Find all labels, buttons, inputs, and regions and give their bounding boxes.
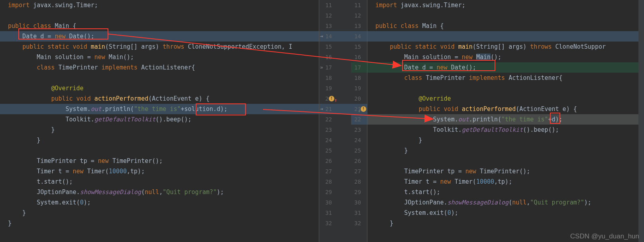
code-line[interactable] [367, 156, 644, 166]
warning-icon[interactable]: ! [329, 96, 334, 101]
scrollbar[interactable] [638, 0, 644, 242]
right-code-pane[interactable]: import javax.swing.Timer;public class Ma… [367, 0, 644, 242]
code-line[interactable]: t.start(); [367, 187, 644, 197]
code-line[interactable]: Date d = new Date(); [0, 31, 319, 42]
code-line[interactable]: } [0, 218, 319, 228]
code-line[interactable]: } [0, 208, 319, 218]
code-line[interactable]: import javax.swing.Timer; [0, 0, 319, 10]
gutter-row[interactable]: 3131 [319, 208, 367, 218]
left-code-pane[interactable]: import javax.swing.Timer;public class Ma… [0, 0, 319, 242]
gutter-row[interactable]: 3030 [319, 197, 367, 208]
code-line[interactable] [0, 10, 319, 21]
code-line[interactable]: @Override [367, 93, 644, 104]
code-line[interactable]: Toolkit.getDefaultToolkit().beep(); [0, 114, 319, 125]
code-line[interactable]: } [0, 135, 319, 145]
code-line[interactable]: } [0, 125, 319, 135]
code-line[interactable]: System.out.println("the time is"+d); [367, 114, 644, 125]
code-line[interactable] [0, 73, 319, 83]
gutter-row[interactable]: 1616 [319, 52, 367, 62]
diff-viewer: import javax.swing.Timer;public class Ma… [0, 0, 644, 242]
code-line[interactable]: public void actionPerformed(ActionEvent … [367, 104, 644, 114]
gutter-row[interactable]: 2626 [319, 156, 367, 166]
code-line[interactable]: @Override [0, 83, 319, 93]
code-line[interactable]: Toolkit.getDefaultToolkit().beep(); [367, 125, 644, 135]
code-line[interactable]: System.exit(0); [0, 197, 319, 208]
gutter-row[interactable]: ⇥1414 [319, 31, 367, 42]
gutter-row[interactable]: 1111 [319, 0, 367, 10]
gutter-row[interactable]: 1212 [319, 10, 367, 21]
code-line[interactable]: Date d = new Date(); [367, 62, 644, 73]
gutter-row[interactable]: 2929 [319, 187, 367, 197]
gutter-row[interactable]: 2727 [319, 166, 367, 177]
code-line[interactable]: public void actionPerformed(ActionEvent … [0, 93, 319, 104]
warning-icon[interactable]: ! [361, 106, 366, 112]
code-line[interactable]: JOptionPane.showMessageDialog(null,"Quit… [367, 197, 644, 208]
code-line[interactable]: TimePrinter tp = new TimePrinter(); [367, 166, 644, 177]
gutter-row[interactable]: 1818 [319, 73, 367, 83]
gutter-row[interactable]: ⇥2121!↓ [319, 104, 367, 114]
gutter-row[interactable]: 2323 [319, 125, 367, 135]
gutter-row[interactable]: 2828 [319, 177, 367, 187]
code-line[interactable]: Main solution = new Main(); [367, 52, 644, 62]
gutter-row[interactable]: 2424 [319, 135, 367, 145]
code-line[interactable] [367, 10, 644, 21]
code-line[interactable]: } [367, 145, 644, 156]
gutter-row[interactable]: »1717 [319, 62, 367, 73]
code-line[interactable]: } [367, 135, 644, 145]
gutter-row[interactable]: 1919 [319, 83, 367, 93]
code-line[interactable]: TimePrinter tp = new TimePrinter(); [0, 156, 319, 166]
code-line[interactable]: t.start(); [0, 177, 319, 187]
gutter-row[interactable]: 2222 [319, 114, 367, 125]
code-line[interactable]: import javax.swing.Timer; [367, 0, 644, 10]
gutter-row[interactable]: 2525 [319, 145, 367, 156]
line-number-gutter[interactable]: 111112121313⇥141415151616»17171818191920… [319, 0, 367, 242]
gutter-row[interactable]: 1313 [319, 21, 367, 31]
gutter-row[interactable]: 3232 [319, 218, 367, 228]
code-line[interactable]: class TimePrinter implements ActionListe… [367, 73, 644, 83]
code-line[interactable]: Main solution = new Main(); [0, 52, 319, 62]
code-line[interactable]: public class Main { [0, 21, 319, 31]
code-line[interactable]: public static void main(String[] args) t… [367, 42, 644, 52]
watermark: CSDN @yu_duan_hun [570, 232, 639, 240]
code-line[interactable]: } [367, 218, 644, 228]
code-line[interactable]: public class Main { [367, 21, 644, 31]
code-line[interactable] [0, 145, 319, 156]
code-line[interactable]: System.exit(0); [367, 208, 644, 218]
code-line[interactable]: Timer t = new Timer(10000,tp); [367, 177, 644, 187]
code-line[interactable]: class TimePrinter implements ActionListe… [0, 62, 319, 73]
code-line[interactable] [367, 83, 644, 93]
gutter-row[interactable]: 2020!↑ [319, 93, 367, 104]
code-line[interactable]: Timer t = new Timer(10000,tp); [0, 166, 319, 177]
code-line[interactable] [367, 31, 644, 42]
gutter-row[interactable]: 1515 [319, 42, 367, 52]
code-line[interactable]: JOptionPane.showMessageDialog(null,"Quit… [0, 187, 319, 197]
code-line[interactable]: System.out.println("the time is"+solutio… [0, 104, 319, 114]
code-line[interactable]: public static void main(String[] args) t… [0, 42, 319, 52]
